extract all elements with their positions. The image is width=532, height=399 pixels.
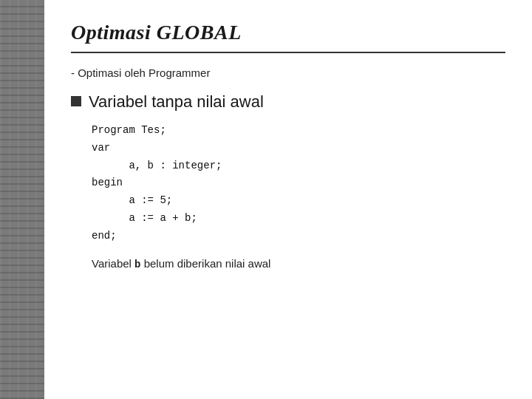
code-line-3: a, b : integer; [92,160,222,171]
bullet-icon [71,96,81,106]
footer-note: Variabel b belum diberikan nilai awal [92,257,505,270]
code-block: Program Tes; var a, b : integer; begin a… [92,122,505,245]
footer-suffix: belum diberikan nilai awal [141,257,271,270]
code-line-4: begin [92,177,123,188]
title-divider [71,52,505,53]
sidebar [0,0,44,399]
code-line-7: end; [92,230,117,242]
section-title: Variabel tanpa nilai awal [89,92,264,112]
footer-var: b [134,259,140,270]
code-line-5: a := 5; [92,194,172,206]
code-line-6: a := a + b; [92,212,197,224]
subtitle: - Optimasi oleh Programmer [71,66,505,79]
section-bullet: Variabel tanpa nilai awal [71,92,505,112]
code-line-2: var [92,142,110,154]
main-content: Optimasi GLOBAL - Optimasi oleh Programm… [44,0,532,399]
page-title: Optimasi GLOBAL [71,21,505,44]
code-line-1: Program Tes; [92,124,166,136]
footer-prefix: Variabel [92,257,134,270]
